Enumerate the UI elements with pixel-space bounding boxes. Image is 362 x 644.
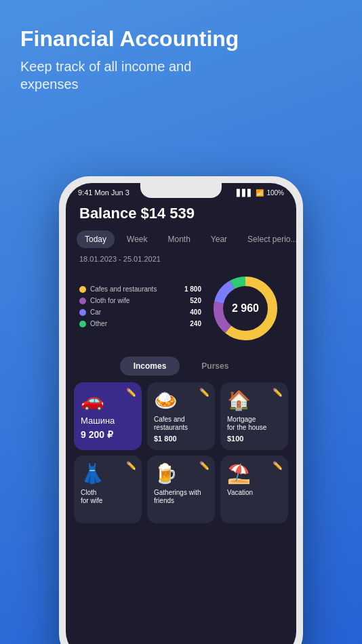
card-title-vacation: Vacation xyxy=(227,489,281,497)
edit-icon-gatherings: ✏️ xyxy=(199,461,209,470)
wifi-icon: 📶 xyxy=(256,189,264,197)
legend-dot-car xyxy=(79,309,86,316)
tab-select-period[interactable]: Select perio... xyxy=(239,230,296,248)
legend-label-other: Other xyxy=(90,320,186,327)
legend-item: Car 400 xyxy=(79,308,201,316)
card-amount-car: 9 200 ₽ xyxy=(81,429,135,440)
card-car[interactable]: ✏️ 🚗 Машина 9 200 ₽ xyxy=(74,382,142,450)
card-amount-cafes: $1 800 xyxy=(154,435,208,443)
card-gatherings[interactable]: ✏️ 🍺 Gatherings withfriends xyxy=(147,456,215,523)
tab-today[interactable]: Today xyxy=(77,230,115,248)
signal-icon: ▋▋▋ xyxy=(237,189,253,197)
app-subtitle: Keep track of all income andexpenses xyxy=(20,58,342,93)
battery-icon: 100% xyxy=(266,189,284,197)
tab-month[interactable]: Month xyxy=(160,230,199,248)
date-range: 18.01.2023 - 25.01.2021 xyxy=(66,255,296,263)
card-vacation[interactable]: ✏️ ⛱️ Vacation xyxy=(220,456,288,523)
legend: Cafes and restaurants 1 800 Cloth for wi… xyxy=(79,285,201,331)
legend-label-car: Car xyxy=(90,308,186,316)
card-mortgage[interactable]: ✏️ 🏠 Mortgagefor the house $100 xyxy=(220,382,288,450)
header-section: Financial Accounting Keep track of all i… xyxy=(0,0,362,106)
tab-incomes[interactable]: Incomes xyxy=(120,357,180,376)
donut-chart: 2 960 xyxy=(208,271,283,346)
card-cafes[interactable]: ✏️ 🍛 Cafes andrestaurants $1 800 xyxy=(147,382,215,450)
legend-value-cloth: 520 xyxy=(190,297,201,304)
phone-notch xyxy=(140,183,222,198)
balance-section: Balance $14 539 xyxy=(66,199,296,230)
phone-frame: 9:41 Mon Jun 3 ▋▋▋ 📶 100% Balance $14 53… xyxy=(59,176,303,644)
tab-year[interactable]: Year xyxy=(203,230,235,248)
cards-grid: ✏️ 🚗 Машина 9 200 ₽ ✏️ 🍛 Cafes andrestau… xyxy=(66,382,296,523)
legend-item: Cloth for wife 520 xyxy=(79,297,201,304)
status-time: 9:41 Mon Jun 3 xyxy=(78,188,129,197)
period-tabs: Today Week Month Year Select perio... xyxy=(66,230,296,248)
edit-icon-mortgage: ✏️ xyxy=(273,388,283,397)
balance-label: Balance $14 539 xyxy=(79,205,283,222)
phone-screen: 9:41 Mon Jun 3 ▋▋▋ 📶 100% Balance $14 53… xyxy=(66,183,296,644)
legend-value-cafes: 1 800 xyxy=(184,285,201,293)
legend-value-car: 400 xyxy=(190,308,201,316)
card-title-gatherings: Gatherings withfriends xyxy=(154,489,208,505)
edit-icon-vacation: ✏️ xyxy=(273,461,283,470)
card-title-cloth: Clothfor wife xyxy=(81,489,135,505)
tab-purses[interactable]: Purses xyxy=(188,357,242,376)
card-amount-mortgage: $100 xyxy=(227,435,281,443)
app-title: Financial Accounting xyxy=(20,27,342,51)
status-icons: ▋▋▋ 📶 100% xyxy=(237,189,284,197)
legend-label-cafes: Cafes and restaurants xyxy=(90,285,180,293)
card-cloth[interactable]: ✏️ 👗 Clothfor wife xyxy=(74,456,142,523)
legend-dot-cafes xyxy=(79,286,86,293)
edit-icon-car: ✏️ xyxy=(126,388,136,397)
legend-item: Other 240 xyxy=(79,320,201,327)
tab-week[interactable]: Week xyxy=(119,230,155,248)
edit-icon-cafes: ✏️ xyxy=(199,388,209,397)
bottom-tabs: Incomes Purses xyxy=(66,357,296,382)
legend-label-cloth: Cloth for wife xyxy=(90,297,186,304)
legend-dot-cloth xyxy=(79,298,86,304)
legend-dot-other xyxy=(79,321,86,327)
edit-icon-cloth: ✏️ xyxy=(126,461,136,470)
card-title-car: Машина xyxy=(81,416,135,426)
card-title-cafes: Cafes andrestaurants xyxy=(154,416,208,432)
card-title-mortgage: Mortgagefor the house xyxy=(227,416,281,432)
legend-value-other: 240 xyxy=(190,320,201,327)
legend-item: Cafes and restaurants 1 800 xyxy=(79,285,201,293)
donut-total: 2 960 xyxy=(232,302,259,315)
chart-section: Cafes and restaurants 1 800 Cloth for wi… xyxy=(66,271,296,346)
